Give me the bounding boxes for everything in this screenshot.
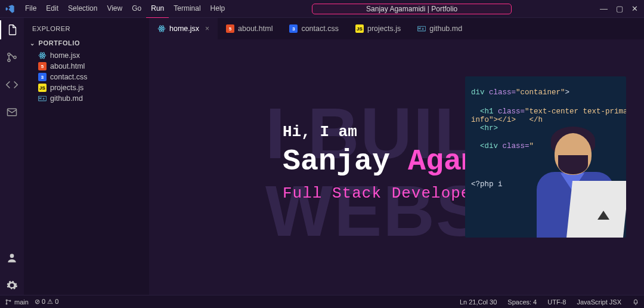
error-icon: ⊘: [35, 298, 40, 305]
role-text: Full Stack Developer: [283, 184, 481, 202]
svg-point-0: [8, 53, 10, 56]
file-label: home.jsx: [50, 51, 80, 60]
menu-bar: FileEditSelectionViewGoRunTerminalHelp: [20, 0, 230, 18]
status-bar: main ⊘ 0 ⚠ 0 Ln 21,Col 30 Spaces: 4 UTF-…: [0, 295, 644, 308]
bell-icon[interactable]: [632, 298, 639, 306]
svg-point-1: [8, 59, 10, 61]
file-item[interactable]: JSprojects.js: [38, 82, 149, 93]
activity-explorer[interactable]: [0, 20, 24, 39]
svg-point-17: [10, 300, 11, 301]
menu-terminal[interactable]: Terminal: [169, 0, 205, 18]
status-problems[interactable]: ⊘ 0 ⚠ 0: [35, 298, 58, 306]
file-item[interactable]: 5about.html: [38, 61, 149, 72]
editor-tabs: home.jsx×5about.html3contact.cssJSprojec…: [149, 18, 644, 39]
file-item[interactable]: 3contact.css: [38, 72, 149, 82]
menu-help[interactable]: Help: [206, 0, 230, 18]
markdown-icon: [38, 94, 47, 103]
chevron-down-icon: ⌄: [30, 40, 35, 47]
tab-label: github.md: [429, 24, 462, 33]
status-branch[interactable]: main: [5, 298, 29, 306]
status-encoding[interactable]: UTF-8: [547, 298, 566, 306]
file-label: projects.js: [50, 84, 83, 92]
tab-about-html[interactable]: 5about.html: [218, 18, 281, 39]
html-icon: 5: [226, 24, 234, 33]
menu-run[interactable]: Run: [146, 0, 169, 18]
status-spaces[interactable]: Spaces: 4: [507, 298, 537, 306]
laptop-logo-icon: [597, 211, 609, 220]
react-icon: [38, 51, 47, 60]
laptop-illustration: [566, 181, 626, 238]
css-icon: 3: [289, 24, 298, 33]
status-language[interactable]: JavaScript JSX: [577, 298, 621, 306]
file-item[interactable]: home.jsx: [38, 50, 149, 61]
warning-icon: ⚠: [47, 298, 53, 305]
svg-point-16: [6, 303, 7, 304]
svg-point-13: [161, 28, 162, 29]
status-position[interactable]: Ln 21,Col 30: [460, 298, 497, 306]
menu-selection[interactable]: Selection: [63, 0, 102, 18]
maximize-icon[interactable]: ▢: [616, 4, 623, 13]
html-icon: 5: [38, 62, 47, 70]
tab-close-icon[interactable]: ×: [205, 24, 209, 33]
tab-label: projects.js: [367, 24, 401, 33]
menu-edit[interactable]: Edit: [41, 0, 63, 18]
svg-point-15: [6, 300, 7, 301]
file-item[interactable]: github.md: [38, 93, 149, 104]
branch-icon: [5, 298, 12, 306]
close-icon[interactable]: ✕: [631, 4, 638, 13]
menu-view[interactable]: View: [102, 0, 127, 18]
js-icon: JS: [355, 24, 364, 33]
file-label: contact.css: [50, 73, 88, 81]
activity-bar: [0, 18, 24, 295]
react-icon: [157, 24, 166, 33]
css-icon: 3: [38, 73, 47, 81]
section-label: PORTFOLIO: [39, 39, 80, 47]
activity-account-icon[interactable]: [0, 248, 24, 267]
activity-mail[interactable]: [0, 103, 24, 122]
tab-contact-css[interactable]: 3contact.css: [281, 18, 347, 39]
tab-projects-js[interactable]: JSprojects.js: [347, 18, 409, 39]
menu-go[interactable]: Go: [127, 0, 146, 18]
tab-github-md[interactable]: github.md: [409, 18, 470, 39]
file-label: about.html: [50, 62, 85, 70]
svg-point-4: [10, 254, 14, 258]
tab-label: about.html: [238, 24, 273, 33]
minimize-icon[interactable]: —: [600, 4, 608, 13]
hero-area: I BUILD WEBSIT Hi, I am Sanjay Agamamidi…: [149, 39, 644, 295]
vscode-logo-icon: [0, 4, 20, 14]
menu-file[interactable]: File: [20, 0, 41, 18]
file-label: github.md: [50, 94, 83, 103]
activity-source-control[interactable]: [0, 48, 24, 67]
explorer-header: EXPLORER: [24, 23, 149, 37]
window-title[interactable]: Sanjay Agamamidi | Portfolio: [312, 4, 512, 14]
tab-label: home.jsx: [169, 24, 199, 33]
activity-code[interactable]: [0, 75, 24, 94]
tab-label: contact.css: [301, 24, 339, 33]
title-bar: FileEditSelectionViewGoRunTerminalHelp S…: [0, 0, 644, 18]
markdown-icon: [417, 24, 426, 33]
svg-point-2: [14, 56, 16, 58]
svg-point-8: [42, 55, 43, 56]
explorer-sidebar: EXPLORER ⌄ PORTFOLIO home.jsx5about.html…: [24, 18, 149, 295]
activity-settings-icon[interactable]: [0, 276, 24, 295]
tab-home-jsx[interactable]: home.jsx×: [149, 18, 218, 39]
js-icon: JS: [38, 84, 47, 92]
illustration-panel: div class="container"> <h1 class="text-c…: [465, 76, 626, 238]
first-name: Sanjay: [283, 144, 390, 178]
explorer-section[interactable]: ⌄ PORTFOLIO: [24, 37, 149, 49]
